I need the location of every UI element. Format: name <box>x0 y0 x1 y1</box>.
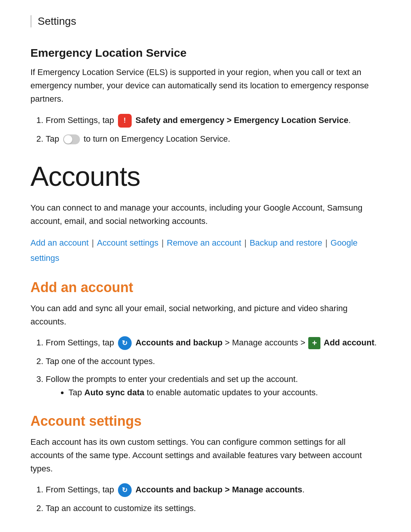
emergency-step1-before: From Settings, tap <box>46 115 116 125</box>
emergency-section-heading: Emergency Location Service <box>30 46 381 59</box>
add-account-intro: You can add and sync all your email, soc… <box>30 302 381 328</box>
account-settings-steps-list: From Settings, tap ↻ Accounts and backup… <box>46 483 381 515</box>
accounts-main-title: Accounts <box>30 161 381 192</box>
toc-link-account-settings[interactable]: Account settings <box>97 238 158 248</box>
emergency-step-1: From Settings, tap ! Safety and emergenc… <box>46 113 381 128</box>
emergency-step2-after: to turn on Emergency Location Service. <box>84 134 230 144</box>
emergency-steps-list: From Settings, tap ! Safety and emergenc… <box>46 113 381 145</box>
toc-link-backup-restore[interactable]: Backup and restore <box>250 238 322 248</box>
account-settings-heading: Account settings <box>30 413 381 429</box>
accounts-toc: Add an account | Account settings | Remo… <box>30 235 381 265</box>
toggle-icon <box>63 134 80 144</box>
add-account-bullets: Tap Auto sync data to enable automatic u… <box>68 386 381 399</box>
add-account-bullet-1: Tap Auto sync data to enable automatic u… <box>68 386 381 399</box>
accounts-backup-icon-1: ↻ <box>118 336 132 350</box>
add-account-heading: Add an account <box>30 280 381 296</box>
settings-header-title: Settings <box>38 15 76 27</box>
add-account-step-2: Tap one of the account types. <box>46 355 381 368</box>
toc-link-remove-account[interactable]: Remove an account <box>167 238 241 248</box>
safety-emergency-icon: ! <box>118 114 132 128</box>
emergency-location-section: Emergency Location Service If Emergency … <box>30 46 381 145</box>
emergency-intro-text: If Emergency Location Service (ELS) is s… <box>30 66 381 106</box>
account-settings-step-1: From Settings, tap ↻ Accounts and backup… <box>46 483 381 497</box>
toc-link-add-account[interactable]: Add an account <box>30 238 89 248</box>
accounts-intro-text: You can connect to and manage your accou… <box>30 201 381 228</box>
emergency-step1-bold: Safety and emergency > Emergency Locatio… <box>135 115 348 125</box>
emergency-step2-before: Tap <box>46 134 62 144</box>
account-settings-intro: Each account has its own custom settings… <box>30 435 381 476</box>
add-account-steps-list: From Settings, tap ↻ Accounts and backup… <box>46 336 381 399</box>
add-account-section: Add an account You can add and sync all … <box>30 280 381 399</box>
accounts-backup-icon-2: ↻ <box>118 483 132 497</box>
add-account-step-1: From Settings, tap ↻ Accounts and backup… <box>46 336 381 350</box>
account-settings-section: Account settings Each account has its ow… <box>30 413 381 515</box>
account-settings-step-2: Tap an account to customize its settings… <box>46 502 381 515</box>
emergency-step-2: Tap to turn on Emergency Location Servic… <box>46 132 381 145</box>
add-plus-icon: + <box>308 337 320 349</box>
page-header: Settings <box>30 15 381 27</box>
accounts-section: Accounts You can connect to and manage y… <box>30 161 381 515</box>
add-account-step-3: Follow the prompts to enter your credent… <box>46 372 381 399</box>
